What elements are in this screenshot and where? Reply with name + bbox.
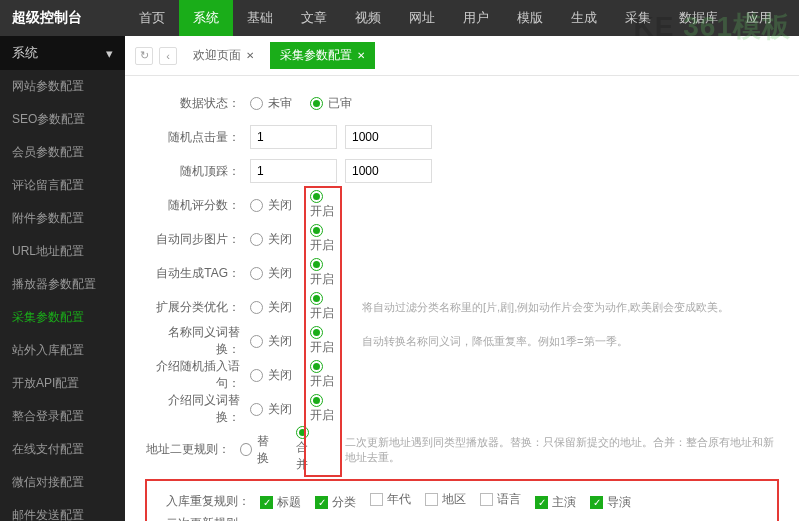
radio-option[interactable]: 开启 <box>310 258 334 288</box>
checkbox[interactable]: 标题 <box>260 494 301 511</box>
nav-item[interactable]: 基础 <box>233 0 287 36</box>
rules-highlight-box: 入库重复规则： 标题分类年代地区语言主演导演 二次更新规则： 播放地址下载地址连… <box>145 479 779 521</box>
sidebar-item[interactable]: 邮件发送配置 <box>0 499 125 521</box>
radio-option[interactable]: 关闭 <box>250 401 292 418</box>
radio-option[interactable]: 开启 <box>310 292 334 322</box>
back-icon[interactable]: ‹ <box>159 47 177 65</box>
checkbox[interactable]: 年代 <box>370 491 411 508</box>
nav-item[interactable]: 系统 <box>179 0 233 36</box>
row-repeat-rule: 入库重复规则： 标题分类年代地区语言主演导演 <box>155 487 769 515</box>
sidebar-item[interactable]: 播放器参数配置 <box>0 268 125 301</box>
nav-item[interactable]: 模版 <box>503 0 557 36</box>
sidebar-item[interactable]: 开放API配置 <box>0 367 125 400</box>
sidebar-item[interactable]: 网站参数配置 <box>0 70 125 103</box>
tab-welcome[interactable]: 欢迎页面✕ <box>183 42 264 69</box>
checkbox[interactable]: 主演 <box>535 494 576 511</box>
radio-row: 随机评分数：关闭开启 <box>145 188 779 222</box>
sidebar: 系统 ▾ 网站参数配置SEO参数配置会员参数配置评论留言配置附件参数配置URL地… <box>0 36 125 521</box>
row-update-rule: 二次更新规则： 播放地址下载地址连载数备注导演主演年代地区语言 <box>155 515 769 521</box>
checkbox[interactable]: 语言 <box>480 491 521 508</box>
nav-item[interactable]: 文章 <box>287 0 341 36</box>
close-icon[interactable]: ✕ <box>357 50 365 61</box>
watermark-logo: KE 361模板 <box>634 8 791 46</box>
radio-reviewed[interactable]: 已审 <box>310 95 352 112</box>
checkbox[interactable]: 地区 <box>425 491 466 508</box>
row-tops: 随机顶踩： <box>145 154 779 188</box>
refresh-icon[interactable]: ↻ <box>135 47 153 65</box>
clicks-to-input[interactable] <box>345 125 432 149</box>
tops-from-input[interactable] <box>250 159 337 183</box>
radio-option[interactable]: 关闭 <box>250 299 292 316</box>
clicks-from-input[interactable] <box>250 125 337 149</box>
sidebar-item[interactable]: 站外入库配置 <box>0 334 125 367</box>
radio-option[interactable]: 合并 <box>296 426 318 473</box>
nav-item[interactable]: 生成 <box>557 0 611 36</box>
sidebar-item[interactable]: 采集参数配置 <box>0 301 125 334</box>
settings-form: 数据状态： 未审 已审 随机点击量： 随机顶踩： 随机评分数：关闭开启自动同步图… <box>125 76 799 521</box>
nav-item[interactable]: 用户 <box>449 0 503 36</box>
checkbox[interactable]: 导演 <box>590 494 631 511</box>
checkbox[interactable]: 分类 <box>315 494 356 511</box>
nav-item[interactable]: 视频 <box>341 0 395 36</box>
row-status: 数据状态： 未审 已审 <box>145 86 779 120</box>
content-area: ↻ ‹ 欢迎页面✕ 采集参数配置✕ 数据状态： 未审 已审 随机点击量： 随机顶… <box>125 36 799 521</box>
sidebar-item[interactable]: 微信对接配置 <box>0 466 125 499</box>
sidebar-item[interactable]: 会员参数配置 <box>0 136 125 169</box>
radio-option[interactable]: 开启 <box>310 224 334 254</box>
radio-option[interactable]: 开启 <box>310 360 334 390</box>
radio-row: 自动生成TAG：关闭开启 <box>145 256 779 290</box>
app-logo: 超级控制台 <box>0 9 125 27</box>
radio-row: 扩展分类优化：关闭开启将自动过滤分类名称里的[片,剧],例如动作片会变为动作,欧… <box>145 290 779 324</box>
radio-option[interactable]: 替换 <box>240 433 278 467</box>
radio-option[interactable]: 关闭 <box>250 197 292 214</box>
radio-row: 自动同步图片：关闭开启 <box>145 222 779 256</box>
tops-to-input[interactable] <box>345 159 432 183</box>
tab-collect-config[interactable]: 采集参数配置✕ <box>270 42 375 69</box>
radio-row: 介绍同义词替换：关闭开启 <box>145 392 779 426</box>
sidebar-item[interactable]: 在线支付配置 <box>0 433 125 466</box>
sidebar-category[interactable]: 系统 ▾ <box>0 36 125 70</box>
sidebar-item[interactable]: 评论留言配置 <box>0 169 125 202</box>
row-clicks: 随机点击量： <box>145 120 779 154</box>
close-icon[interactable]: ✕ <box>246 50 254 61</box>
nav-item[interactable]: 首页 <box>125 0 179 36</box>
radio-row: 地址二更规则：替换合并二次更新地址遇到同类型播放器。替换：只保留新提交的地址。合… <box>145 426 779 473</box>
radio-option[interactable]: 关闭 <box>250 367 292 384</box>
radio-unreviewed[interactable]: 未审 <box>250 95 292 112</box>
radio-option[interactable]: 关闭 <box>250 231 292 248</box>
radio-row: 介绍随机插入语句：关闭开启 <box>145 358 779 392</box>
radio-option[interactable]: 开启 <box>310 326 334 356</box>
sidebar-item[interactable]: 整合登录配置 <box>0 400 125 433</box>
sidebar-item[interactable]: SEO参数配置 <box>0 103 125 136</box>
radio-option[interactable]: 开启 <box>310 190 334 220</box>
radio-row: 名称同义词替换：关闭开启自动转换名称同义词，降低重复率。例如1季=第一季。 <box>145 324 779 358</box>
radio-option[interactable]: 关闭 <box>250 333 292 350</box>
sidebar-item[interactable]: 附件参数配置 <box>0 202 125 235</box>
radio-option[interactable]: 开启 <box>310 394 334 424</box>
sidebar-item[interactable]: URL地址配置 <box>0 235 125 268</box>
chevron-down-icon: ▾ <box>106 46 113 61</box>
radio-option[interactable]: 关闭 <box>250 265 292 282</box>
nav-item[interactable]: 网址 <box>395 0 449 36</box>
